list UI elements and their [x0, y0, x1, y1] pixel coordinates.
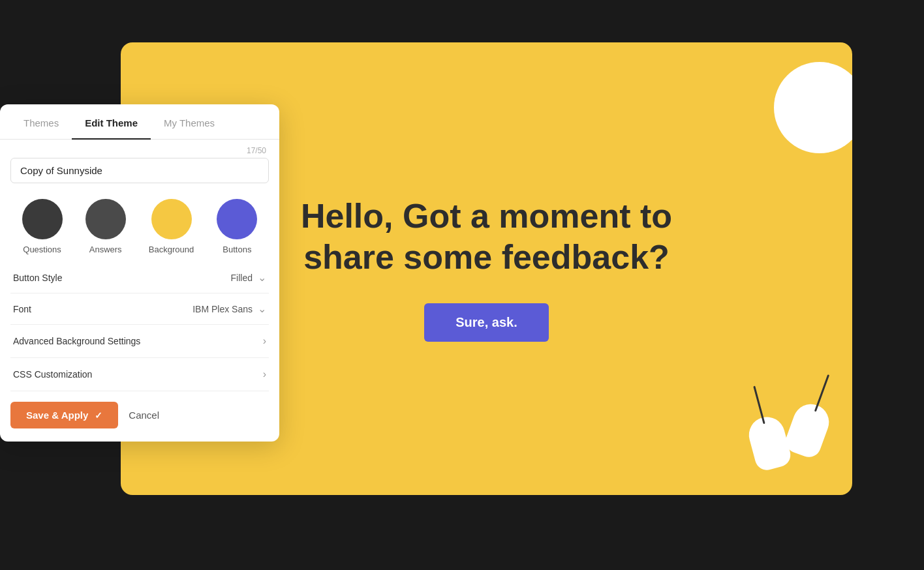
swatch-buttons: Buttons [217, 199, 257, 254]
font-value-group: IBM Plex Sans ⌄ [192, 303, 266, 315]
check-icon: ✓ [95, 410, 102, 421]
button-style-row[interactable]: Button Style Filled ⌄ [10, 262, 269, 293]
css-customization-label: CSS Customization [13, 369, 92, 380]
button-style-value-group: Filled ⌄ [231, 271, 266, 284]
swatch-label-answers: Answers [89, 245, 122, 254]
preview-headline: Hello, Got a moment to share some feedba… [265, 196, 709, 277]
font-row[interactable]: Font IBM Plex Sans ⌄ [10, 293, 269, 325]
tabs: Themes Edit Theme My Themes [0, 104, 279, 140]
swatch-label-buttons: Buttons [223, 245, 251, 254]
button-style-value: Filled [231, 273, 253, 283]
font-value: IBM Plex Sans [192, 304, 253, 314]
font-label: Font [13, 304, 31, 314]
cancel-button[interactable]: Cancel [129, 410, 159, 421]
swatch-answers: Answers [85, 199, 126, 254]
tab-themes[interactable]: Themes [10, 104, 72, 139]
panel-body: 17/50 Questions Answers Background Butto… [0, 140, 279, 391]
css-customization-row[interactable]: CSS Customization › [10, 358, 269, 391]
earbud-right [782, 399, 834, 460]
preview-cta-button[interactable]: Sure, ask. [424, 303, 549, 342]
swatch-circle-background[interactable] [151, 199, 192, 239]
deco-circle [774, 62, 852, 153]
deco-bottom-right [715, 365, 833, 469]
advanced-background-row[interactable]: Advanced Background Settings › [10, 325, 269, 358]
deco-top-right [774, 42, 852, 173]
color-swatches: Questions Answers Background Buttons [10, 196, 269, 257]
tab-edit-theme[interactable]: Edit Theme [72, 104, 151, 139]
advanced-background-label: Advanced Background Settings [13, 336, 140, 346]
swatch-questions: Questions [22, 199, 63, 254]
tab-my-themes[interactable]: My Themes [151, 104, 228, 139]
save-apply-button[interactable]: Save & Apply ✓ [10, 402, 118, 428]
save-apply-label: Save & Apply [26, 410, 88, 421]
button-style-label: Button Style [13, 273, 63, 283]
edit-theme-panel: Themes Edit Theme My Themes 17/50 Questi… [0, 104, 279, 442]
swatch-label-background: Background [149, 245, 194, 254]
panel-footer: Save & Apply ✓ Cancel [0, 391, 279, 442]
swatch-label-questions: Questions [23, 245, 61, 254]
swatch-circle-answers[interactable] [85, 199, 126, 239]
css-customization-chevron-icon: › [263, 368, 266, 380]
swatch-background: Background [149, 199, 194, 254]
swatch-circle-buttons[interactable] [217, 199, 257, 239]
char-count: 17/50 [10, 140, 269, 158]
theme-name-input[interactable] [10, 158, 269, 183]
preview-content: Hello, Got a moment to share some feedba… [265, 196, 709, 342]
swatch-circle-questions[interactable] [22, 199, 63, 239]
